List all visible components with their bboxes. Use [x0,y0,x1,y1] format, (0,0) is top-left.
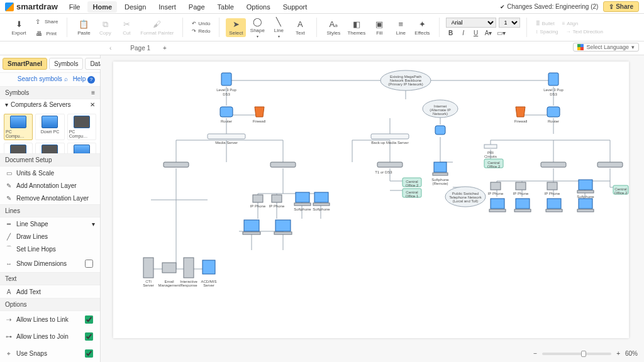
strip-chevron-left[interactable]: ‹ [109,45,111,52]
menu-design[interactable]: Design [119,1,151,13]
font-color-button[interactable]: A▾ [484,29,494,38]
add-text-row[interactable]: AAdd Text [0,285,100,298]
zoom-out-button[interactable]: − [533,350,537,357]
redo-button[interactable]: ↷Redo [189,28,213,35]
tag-co-top: CentralOffice 2 [484,159,503,168]
node-ipphone-1: IP Phone [250,195,266,208]
svg-rect-67 [579,180,592,190]
svg-text:IP Phone: IP Phone [488,192,504,195]
select-tool[interactable]: ➤Select [226,18,246,37]
line-hops-row[interactable]: ⌒Set Line Hops [0,243,100,255]
symbol-pc-1[interactable]: PC Compu… [4,114,33,140]
show-dimensions-row[interactable]: ↔Show Dimensions [0,255,100,272]
svg-text:Level 3 Pop: Level 3 Pop [543,88,564,92]
page-tab-1[interactable]: Page 1 [124,43,157,53]
svg-text:Softphone(Remote): Softphone(Remote) [431,178,449,185]
add-annotation-row[interactable]: ✎Add Annotation Layer [0,179,100,192]
redo-icon: ↷ [192,28,196,34]
symbol-terminal[interactable]: Dumb Te… [67,143,96,154]
styles-button[interactable]: AₐStyles [323,18,343,37]
menu-options[interactable]: Options [242,1,275,13]
help-link[interactable]: Help ? [73,75,95,84]
node-internet-router [435,126,445,134]
canvas-area[interactable]: Existing MegaPathNetwork Backbone(Primar… [101,55,644,362]
font-size-select[interactable]: 10 [499,18,520,28]
font-family-select[interactable]: Arial [446,18,496,28]
menu-file[interactable]: File [64,1,86,13]
zoom-in-button[interactable]: + [616,350,620,357]
svg-text:CentralOffice 2: CentralOffice 2 [406,180,419,187]
close-icon[interactable]: ✕ [90,101,95,108]
allow-link-row[interactable]: ⇢Allow Lines to Link [0,311,100,328]
shape-tool[interactable]: ◯Shape▾ [247,16,267,40]
line-shape-row[interactable]: ━Line Shape▾ [0,217,100,230]
text-direction-button[interactable]: →Text Direction [564,28,606,35]
line-tool[interactable]: ╲Line▾ [269,16,289,40]
spacing-button[interactable]: ↕Spacing [533,28,561,35]
add-page-button[interactable]: + [157,43,173,53]
menu-insert[interactable]: Insert [153,1,181,13]
share-ribbon-button[interactable]: ⇪Share [30,16,60,27]
fill-button[interactable]: ▣Fill [369,18,389,37]
print-icon: 🖶 [34,28,44,38]
use-snaps-row[interactable]: ⌖Use Snaps [0,345,100,362]
svg-text:DS3: DS3 [223,92,230,96]
paste-button[interactable]: 📋Paste [74,18,94,37]
tab-smartpanel[interactable]: SmartPanel [3,58,47,70]
symbol-down-pc[interactable]: Down PC [35,114,64,140]
svg-rect-68 [577,190,594,193]
node-softphone-2: Softphone [313,192,330,211]
highlight-button[interactable]: ▭▾ [496,29,506,38]
remove-annotation-row[interactable]: ✎Remove Annotation Layer [0,192,100,204]
zoom-slider[interactable] [542,353,611,355]
symbol-monitor[interactable]: PC Monito… [35,143,64,154]
use-snaps-checkbox[interactable] [85,349,93,358]
symbol-pc-2[interactable]: PC Compu… [67,114,96,140]
print-button[interactable]: 🖶Print [30,28,60,39]
export-button[interactable]: ⬇Export [9,18,29,37]
status-area: Changes Saved: Engineering (2) ⇪ Share [500,1,639,12]
align-button[interactable]: ≡Align [560,20,580,27]
align-icon: ≡ [562,21,565,26]
italic-button[interactable]: I [458,29,469,38]
menu-support[interactable]: Support [278,1,313,13]
bold-button[interactable]: B [446,29,456,38]
copy-button[interactable]: ⧉Copy [95,18,115,37]
svg-text:CTIServer: CTIServer [143,280,154,287]
zoom-percent[interactable]: 60% [625,350,638,357]
menu-home[interactable]: Home [87,1,117,13]
draw-lines-row[interactable]: ╱Draw Lines [0,230,100,243]
undo-button[interactable]: ↶Undo [189,20,213,27]
allow-link-checkbox[interactable] [85,315,93,324]
themes-button[interactable]: ◧Themes [345,18,368,37]
menu-table[interactable]: Table [213,1,239,13]
symbol-pc-3[interactable]: PC Compu… [4,143,33,154]
node-switch-4 [541,162,566,167]
units-scale-row[interactable]: ▭Units & Scale [0,167,100,179]
bullet-button[interactable]: ≣Bullet [533,20,557,27]
underline-button[interactable]: U [471,29,481,38]
allow-join-row[interactable]: ⊶Allow Lines to Join [0,328,100,345]
shape-icon: ◯ [252,17,262,27]
allow-join-checkbox[interactable] [85,332,93,341]
cut-button[interactable]: ✂Cut [116,18,136,37]
language-select[interactable]: Select Language ▾ [573,43,639,52]
search-symbols-link[interactable]: Search symbols ⌕ [18,75,68,84]
menu-icon[interactable]: ≡ [91,89,95,96]
cloud-internet: Internet(Alternate IPNetwork) [423,100,458,118]
tab-symbols[interactable]: Symbols [49,58,83,70]
share-button[interactable]: ⇪ Share [603,1,639,12]
chevron-down-icon: ▾ [5,101,8,108]
themes-icon: ◧ [352,19,362,30]
symbol-library-row[interactable]: ▾Computers & Servers✕ [0,99,100,110]
line-style-button[interactable]: ≡Line [391,18,411,37]
zoom-thumb[interactable] [581,351,586,357]
svg-rect-43 [296,192,309,202]
drawing-canvas[interactable]: Existing MegaPathNetwork Backbone(Primar… [113,62,629,338]
effects-button[interactable]: ✦Effects [412,18,432,37]
format-painter-button[interactable]: 🖌Format Painter [138,18,176,37]
svg-rect-20 [208,134,245,139]
menu-page[interactable]: Page [184,1,210,13]
text-tool[interactable]: AText [290,18,310,37]
show-dimensions-checkbox[interactable] [85,260,93,268]
